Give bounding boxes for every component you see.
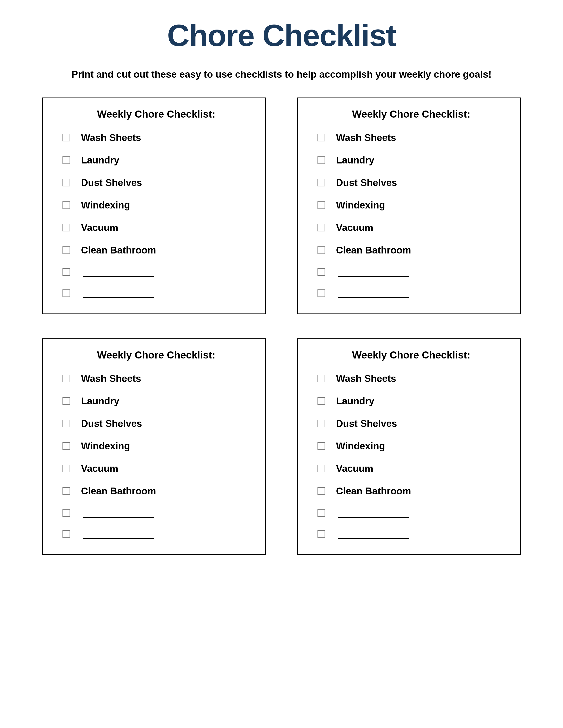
checklist-item-blank <box>311 267 512 277</box>
checklist-item: Laundry <box>311 155 512 166</box>
page-subtitle: Print and cut out these easy to use chec… <box>40 69 523 80</box>
checkbox-icon[interactable] <box>318 156 325 164</box>
checkbox-icon[interactable] <box>318 179 325 186</box>
checklist-item-label: Dust Shelves <box>81 177 142 188</box>
checklist-item: Laundry <box>56 155 256 166</box>
blank-line[interactable] <box>338 288 409 298</box>
checklist-item: Dust Shelves <box>56 177 256 188</box>
checkbox-icon[interactable] <box>318 201 325 209</box>
checkbox-icon[interactable] <box>318 246 325 254</box>
blank-line[interactable] <box>83 288 154 298</box>
checkbox-icon[interactable] <box>62 487 70 495</box>
checkbox-icon[interactable] <box>62 201 70 209</box>
checklist-item-label: Vacuum <box>81 463 118 474</box>
checklist-item: Windexing <box>56 200 256 211</box>
checkbox-icon[interactable] <box>318 420 325 427</box>
checkbox-icon[interactable] <box>62 246 70 254</box>
checklist-item-label: Laundry <box>81 396 119 407</box>
checkbox-icon[interactable] <box>62 268 70 276</box>
blank-line[interactable] <box>83 529 154 539</box>
checklist-item: Dust Shelves <box>311 418 512 429</box>
checklist-item-blank <box>56 288 256 298</box>
checkbox-icon[interactable] <box>62 530 70 538</box>
checklist-item-blank <box>311 288 512 298</box>
checkbox-icon[interactable] <box>318 442 325 450</box>
page-title: Chore Checklist <box>40 18 523 53</box>
checkbox-icon[interactable] <box>62 397 70 405</box>
checklist-item-label: Clean Bathroom <box>336 245 411 256</box>
checklist-item-label: Vacuum <box>336 463 373 474</box>
checklist-item: Wash Sheets <box>311 373 512 384</box>
checkbox-icon[interactable] <box>62 375 70 382</box>
checkbox-icon[interactable] <box>62 156 70 164</box>
checkbox-icon[interactable] <box>62 179 70 186</box>
blank-line[interactable] <box>83 267 154 277</box>
checkbox-icon[interactable] <box>62 465 70 472</box>
checklist-item-label: Wash Sheets <box>336 373 396 384</box>
checklist-item-label: Windexing <box>81 200 130 211</box>
checklist-card: Weekly Chore Checklist:Wash SheetsLaundr… <box>297 338 521 555</box>
checklist-card: Weekly Chore Checklist:Wash SheetsLaundr… <box>42 98 266 314</box>
checklist-item: Vacuum <box>56 463 256 474</box>
blank-line[interactable] <box>338 267 409 277</box>
checklist-item: Vacuum <box>311 463 512 474</box>
checklist-item-blank <box>311 508 512 518</box>
checkbox-icon[interactable] <box>318 224 325 231</box>
checklist-item: Clean Bathroom <box>56 486 256 497</box>
checkbox-icon[interactable] <box>62 509 70 517</box>
checklist-item-label: Wash Sheets <box>81 373 141 384</box>
card-title: Weekly Chore Checklist: <box>56 108 256 120</box>
checkbox-icon[interactable] <box>62 420 70 427</box>
checklist-item-blank <box>56 508 256 518</box>
checklist-item-blank <box>56 529 256 539</box>
card-title: Weekly Chore Checklist: <box>311 349 512 361</box>
blank-line[interactable] <box>338 529 409 539</box>
checklist-item-label: Windexing <box>336 200 385 211</box>
checkbox-icon[interactable] <box>318 268 325 276</box>
checkbox-icon[interactable] <box>318 465 325 472</box>
checklist-item: Dust Shelves <box>56 418 256 429</box>
checkbox-icon[interactable] <box>318 530 325 538</box>
checklist-item-label: Windexing <box>336 441 385 452</box>
checklist-card: Weekly Chore Checklist:Wash SheetsLaundr… <box>297 98 521 314</box>
checklist-item-label: Dust Shelves <box>81 418 142 429</box>
checkbox-icon[interactable] <box>318 289 325 297</box>
checklist-item-blank <box>56 267 256 277</box>
checklist-item-blank <box>311 529 512 539</box>
checklist-item-label: Windexing <box>81 441 130 452</box>
checklist-item-label: Laundry <box>336 396 375 407</box>
checklist-item: Windexing <box>56 441 256 452</box>
checklist-grid: Weekly Chore Checklist:Wash SheetsLaundr… <box>40 98 523 555</box>
checkbox-icon[interactable] <box>318 134 325 141</box>
checklist-item: Clean Bathroom <box>311 245 512 256</box>
checklist-item: Wash Sheets <box>311 132 512 143</box>
card-title: Weekly Chore Checklist: <box>56 349 256 361</box>
blank-line[interactable] <box>83 508 154 518</box>
blank-line[interactable] <box>338 508 409 518</box>
checkbox-icon[interactable] <box>318 487 325 495</box>
checklist-item: Laundry <box>56 396 256 407</box>
checklist-item-label: Clean Bathroom <box>336 486 411 497</box>
checkbox-icon[interactable] <box>318 397 325 405</box>
checklist-item: Clean Bathroom <box>56 245 256 256</box>
checklist-item: Laundry <box>311 396 512 407</box>
checkbox-icon[interactable] <box>62 442 70 450</box>
checklist-card: Weekly Chore Checklist:Wash SheetsLaundr… <box>42 338 266 555</box>
checkbox-icon[interactable] <box>62 134 70 141</box>
checklist-item-label: Laundry <box>336 155 375 166</box>
checkbox-icon[interactable] <box>62 289 70 297</box>
checkbox-icon[interactable] <box>318 375 325 382</box>
checklist-item-label: Dust Shelves <box>336 177 397 188</box>
checklist-item: Clean Bathroom <box>311 486 512 497</box>
checklist-item: Windexing <box>311 200 512 211</box>
card-title: Weekly Chore Checklist: <box>311 108 512 120</box>
checkbox-icon[interactable] <box>62 224 70 231</box>
checklist-item-label: Vacuum <box>81 222 118 233</box>
checkbox-icon[interactable] <box>318 509 325 517</box>
checklist-item: Windexing <box>311 441 512 452</box>
checklist-item-label: Laundry <box>81 155 119 166</box>
checklist-item-label: Clean Bathroom <box>81 245 156 256</box>
checklist-item-label: Wash Sheets <box>81 132 141 143</box>
checklist-item-label: Wash Sheets <box>336 132 396 143</box>
checklist-item: Wash Sheets <box>56 373 256 384</box>
